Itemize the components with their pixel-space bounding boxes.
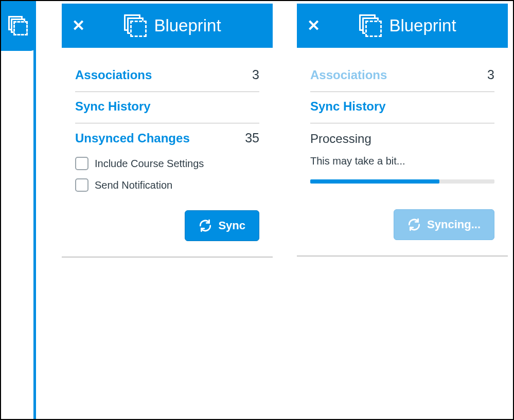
unsynced-changes-count: 35 xyxy=(245,131,259,145)
panel-header: ✕ Blueprint xyxy=(297,4,508,48)
sync-button[interactable]: Sync xyxy=(185,210,259,241)
associations-count: 3 xyxy=(487,67,494,82)
panel-title: Blueprint xyxy=(389,16,456,35)
checkbox-icon[interactable] xyxy=(75,157,88,170)
include-course-settings-label: Include Course Settings xyxy=(95,158,204,170)
sync-progress-fill xyxy=(310,179,439,184)
send-notification-label: Send Notification xyxy=(95,179,172,191)
blueprint-icon xyxy=(124,14,147,37)
sync-icon xyxy=(199,219,212,232)
include-course-settings-option[interactable]: Include Course Settings xyxy=(75,155,259,176)
syncing-button-label: Syncing... xyxy=(427,218,481,231)
panel-footer-rule xyxy=(62,257,273,258)
checkbox-icon[interactable] xyxy=(75,178,88,192)
sync-history-link[interactable]: Sync History xyxy=(75,99,151,114)
processing-heading: Processing xyxy=(310,123,494,155)
sync-icon xyxy=(407,218,421,231)
panel-title: Blueprint xyxy=(154,16,221,35)
processing-subtext: This may take a bit... xyxy=(310,155,494,176)
unsynced-changes-link[interactable]: Unsynced Changes xyxy=(75,131,190,145)
syncing-button: Syncing... xyxy=(394,209,494,240)
dock-strip xyxy=(33,1,36,419)
panel-footer-rule xyxy=(297,255,508,257)
sync-history-link[interactable]: Sync History xyxy=(310,99,386,114)
blueprint-panel-syncing: ✕ Blueprint Associations 3 Sync History … xyxy=(297,4,508,257)
associations-link[interactable]: Associations xyxy=(75,68,152,82)
associations-link-disabled: Associations xyxy=(310,68,387,82)
blueprint-panel-idle: ✕ Blueprint Associations 3 Sync History … xyxy=(62,4,273,258)
associations-count: 3 xyxy=(252,67,259,82)
panel-header: ✕ Blueprint xyxy=(62,4,273,48)
blueprint-icon xyxy=(359,14,382,37)
sync-button-label: Sync xyxy=(218,219,245,232)
sync-progress-bar xyxy=(310,179,494,184)
blueprint-dock-tab[interactable] xyxy=(1,1,36,51)
blueprint-icon xyxy=(8,16,29,36)
send-notification-option[interactable]: Send Notification xyxy=(75,176,259,198)
